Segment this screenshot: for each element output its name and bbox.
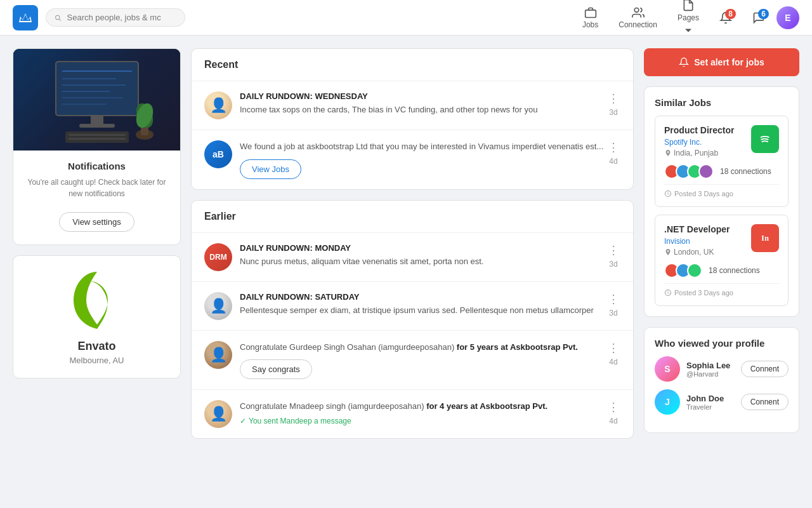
connections-row-2: 18 connections — [664, 263, 779, 278]
feed-avatar-5 — [204, 341, 232, 369]
feed-time-5: 4d — [609, 358, 617, 366]
feed-text-4: Pellentesque semper ex diam, at tristiqu… — [240, 304, 620, 317]
feed-text-5: Congratulate Gurdeep Singh Osahan (iamgu… — [240, 341, 620, 354]
spotify-logo — [751, 125, 779, 153]
feed-meta-6: ⋮ 4d — [606, 400, 620, 425]
feed-avatar-4 — [204, 292, 232, 320]
nav-item-connection[interactable]: Connection — [610, 3, 666, 33]
feed-text-2: We found a job at askbootstrap Ltd that … — [240, 140, 620, 153]
job-location-text-2: London, UK — [674, 248, 714, 257]
feed-item-4: DAILY RUNDOWN: SATURDAY Pellentesque sem… — [192, 282, 633, 331]
feed-time-4: 3d — [609, 309, 617, 318]
search-icon — [54, 13, 62, 22]
location-icon-1 — [664, 149, 672, 157]
connect-sophia-button[interactable]: Connent — [741, 361, 789, 377]
nav-item-pages[interactable]: Pages — [669, 0, 708, 41]
more-button-3[interactable]: ⋮ — [606, 243, 620, 257]
more-button-1[interactable]: ⋮ — [606, 91, 620, 105]
feed-text-6-bold: for 4 years at Askbootsrap Pvt. — [426, 401, 547, 411]
crown-icon — [18, 10, 33, 25]
feed-content-1: DAILY RUNDOWN: WEDNESDAY Income tax sops… — [240, 91, 620, 116]
job-location-text-1: India, Punjab — [674, 149, 718, 157]
profile-viewers-card: Who viewed your profile S Sophia Lee @Ha… — [644, 327, 799, 433]
svg-rect-2 — [56, 62, 138, 116]
left-sidebar: Notifications You're all caught up! Chec… — [13, 48, 181, 449]
more-button-4[interactable]: ⋮ — [606, 292, 620, 306]
sophia-name: Sophia Lee — [686, 361, 735, 370]
location-icon-2 — [664, 248, 672, 256]
feed-item-5: Congratulate Gurdeep Singh Osahan (iamgu… — [192, 331, 633, 391]
svg-rect-10 — [79, 124, 115, 128]
feed-avatar-3-text: DRM — [209, 253, 226, 262]
john-name: John Doe — [686, 394, 735, 403]
notifications-card: Notifications You're all caught up! Chec… — [13, 48, 181, 245]
people-icon — [632, 6, 645, 19]
cover-image — [13, 49, 180, 150]
profile-name: Envato — [26, 340, 167, 353]
nav-item-notifications[interactable]: 8 — [710, 8, 741, 28]
feed-content-4: DAILY RUNDOWN: SATURDAY Pellentesque sem… — [240, 292, 620, 317]
navbar: Jobs Connection Pages 8 — [0, 0, 812, 36]
clock-icon-2 — [664, 289, 672, 297]
feed-text-1: Income tax sops on the cards, The bias i… — [240, 104, 620, 116]
john-avatar: J — [655, 389, 680, 415]
feed-time-2: 4d — [609, 157, 617, 166]
more-button-2[interactable]: ⋮ — [606, 140, 620, 154]
clock-icon-1 — [664, 190, 672, 197]
user-avatar[interactable]: E — [776, 6, 799, 29]
nav-item-jobs[interactable]: Jobs — [573, 3, 607, 33]
nav-item-messages[interactable]: 6 — [743, 8, 774, 28]
svg-rect-12 — [69, 134, 126, 136]
john-sub: Traveler — [686, 403, 735, 411]
feed-content-6: Congratulate Mnadeep singh (iamgurdeepos… — [240, 400, 620, 425]
more-button-6[interactable]: ⋮ — [606, 400, 620, 414]
job-card-1: Product Director Spotify Inc. India, Pun… — [655, 116, 789, 207]
set-alert-button[interactable]: Set alert for jobs — [644, 48, 799, 76]
recent-section: Recent DAILY RUNDOWN: WEDNESDAY Income t… — [191, 48, 634, 190]
posted-time-text-2: Posted 3 Days ago — [674, 289, 733, 297]
nav-items: Jobs Connection Pages 8 — [573, 0, 799, 41]
feed-avatar-1 — [204, 91, 232, 119]
feed-meta-1: ⋮ 3d — [606, 91, 620, 117]
job-title-1: Product Director — [664, 125, 751, 135]
feed-title-3: DAILY RUNDOWN: MONDAY — [240, 243, 620, 253]
connect-john-button[interactable]: Connent — [741, 394, 789, 410]
feed-meta-2: ⋮ 4d — [606, 140, 620, 166]
posted-time-text-1: Posted 3 Days ago — [674, 190, 733, 197]
feed-time-1: 3d — [609, 108, 617, 117]
feed-text-6: Congratulate Mnadeep singh (iamgurdeepos… — [240, 400, 620, 413]
app-logo[interactable] — [13, 5, 38, 30]
job-title-2: .NET Developer — [664, 224, 751, 234]
notifications-message: You're all caught up! Check back later f… — [23, 177, 170, 199]
conn-avatar-2c — [687, 263, 702, 278]
nav-connection-label: Connection — [619, 20, 657, 29]
feed-text-5-bold: for 5 years at Askbootsrap Pvt. — [457, 342, 578, 352]
posted-time-1: Posted 3 Days ago — [664, 184, 779, 197]
briefcase-icon — [584, 6, 597, 19]
search-input[interactable] — [67, 13, 177, 22]
job-header-1: Product Director Spotify Inc. India, Pun… — [664, 125, 779, 157]
job-location-1: India, Punjab — [664, 149, 751, 157]
sophia-sub: @Harvard — [686, 370, 735, 378]
say-congrats-button[interactable]: Say congrats — [240, 359, 312, 379]
invision-icon: In — [756, 229, 774, 247]
more-button-5[interactable]: ⋮ — [606, 341, 620, 355]
similar-jobs-title: Similar Jobs — [655, 97, 789, 108]
center-feed: Recent DAILY RUNDOWN: WEDNESDAY Income t… — [191, 48, 634, 449]
svg-rect-0 — [585, 10, 596, 17]
svg-rect-9 — [91, 116, 103, 125]
view-jobs-button[interactable]: View Jobs — [240, 159, 301, 179]
job-company-1: Spotify Inc. — [664, 138, 751, 147]
nav-pages-label: Pages — [678, 13, 699, 22]
conn-avatar-1d — [698, 164, 714, 179]
feed-avatar-3: DRM — [204, 243, 232, 271]
profile-viewers-title: Who viewed your profile — [655, 338, 789, 349]
svg-rect-13 — [69, 138, 126, 140]
connections-count-2: 18 connections — [709, 266, 760, 275]
envato-leaf-icon — [69, 269, 126, 332]
notification-badge: 8 — [725, 9, 736, 19]
view-settings-button[interactable]: View settings — [59, 212, 134, 232]
earlier-section: Earlier DRM DAILY RUNDOWN: MONDAY Nunc p… — [191, 200, 634, 439]
message-badge: 6 — [758, 9, 769, 19]
search-bar[interactable] — [46, 8, 185, 27]
